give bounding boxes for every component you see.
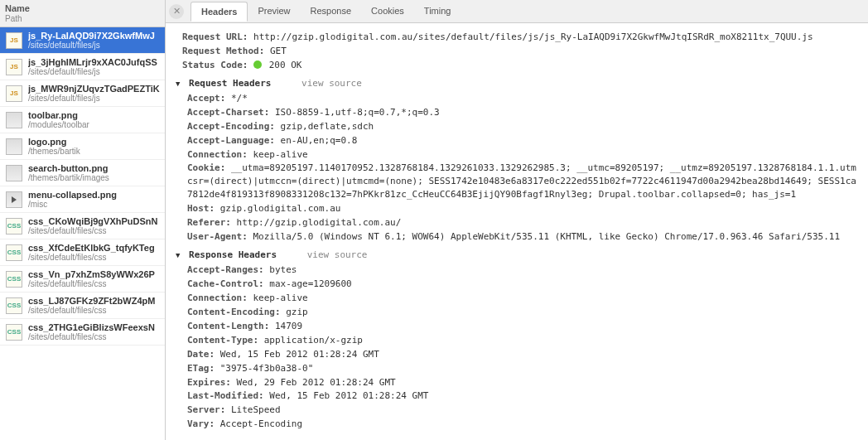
tab-cookies[interactable]: Cookies xyxy=(361,2,414,21)
status-dot-icon xyxy=(253,60,262,69)
header-name: Server: xyxy=(187,404,225,415)
resource-path: /sites/default/files/css xyxy=(28,226,157,235)
header-name: Content-Length: xyxy=(187,321,269,331)
request-method-label: Request Method: xyxy=(182,46,264,56)
tab-response[interactable]: Response xyxy=(301,2,362,21)
resource-path: /sites/default/files/css xyxy=(28,253,155,262)
img-file-icon xyxy=(5,111,23,129)
resource-name: css_2THG1eGiBlizsWFeexsN xyxy=(28,322,155,332)
css-file-icon: CSS xyxy=(5,323,23,341)
resource-item[interactable]: CSScss_2THG1eGiBlizsWFeexsN/sites/defaul… xyxy=(0,319,165,346)
resource-path: /themes/bartik/images xyxy=(28,173,109,182)
header-name: ETag: xyxy=(187,363,215,374)
header-value: max-age=1209600 xyxy=(264,278,352,289)
resource-item[interactable]: JSjs_3jHghIMLrjr9xXAC0JufqSS/sites/defau… xyxy=(0,54,165,80)
img-file-icon xyxy=(5,138,23,156)
close-icon[interactable]: ✕ xyxy=(169,4,184,19)
header-value: gzip xyxy=(281,307,308,317)
header-name: Date: xyxy=(187,349,215,360)
request-url-row: Request URL: http://gzip.glodigital.com.… xyxy=(182,31,858,44)
resource-path: /sites/default/files/js xyxy=(28,94,160,103)
header-name: Accept: xyxy=(187,93,225,104)
header-name: Cookie: xyxy=(187,162,225,173)
resource-item[interactable]: CSScss_LJ87GFKz9ZFt2bWZ4pM/sites/default… xyxy=(0,293,165,319)
details-pane: ✕ HeadersPreviewResponseCookiesTiming Re… xyxy=(166,0,868,440)
header-row: Server: LiteSpeed xyxy=(187,404,858,417)
resource-path: /modules/toolbar xyxy=(28,120,89,129)
request-headers-body: Accept: */*Accept-Charset: ISO-8859-1,ut… xyxy=(176,92,858,244)
resource-path: /sites/default/files/css xyxy=(28,332,155,341)
header-row: Expires: Wed, 29 Feb 2012 01:28:24 GMT xyxy=(187,376,858,389)
header-value: 14709 xyxy=(269,321,302,331)
resource-item[interactable]: CSScss_CKoWqiBj9gVXhPuDSnN/sites/default… xyxy=(0,213,165,239)
header-row: Connection: keep-alive xyxy=(187,292,858,305)
css-file-icon: CSS xyxy=(5,297,23,315)
header-value: "3975-4f3b0a38-0" xyxy=(215,363,313,374)
resource-item[interactable]: search-button.png/themes/bartik/images xyxy=(0,160,165,186)
resource-name: search-button.png xyxy=(28,163,109,173)
tab-preview[interactable]: Preview xyxy=(248,2,300,21)
tab-timing[interactable]: Timing xyxy=(414,2,461,21)
resource-item[interactable]: logo.png/themes/bartik xyxy=(0,133,165,160)
resource-item[interactable]: JSjs_MWR9njZUqvzTGadPEZTiK/sites/default… xyxy=(0,80,165,107)
header-row: Cache-Control: max-age=1209600 xyxy=(187,278,858,291)
view-source-link[interactable]: view source xyxy=(307,249,368,260)
request-headers-section-toggle[interactable]: Request Headers view source xyxy=(176,77,858,90)
status-code-label: Status Code: xyxy=(182,60,248,70)
request-headers-title: Request Headers xyxy=(189,78,271,89)
header-row: ETag: "3975-4f3b0a38-0" xyxy=(187,362,858,375)
resource-name: js_3jHghIMLrjr9xXAC0JufqSS xyxy=(28,57,157,67)
header-row: Content-Encoding: gzip xyxy=(187,306,858,319)
resource-name: toolbar.png xyxy=(28,110,89,120)
header-name: Content-Encoding: xyxy=(187,307,281,317)
header-value: bytes xyxy=(264,264,297,275)
header-value: Wed, 15 Feb 2012 01:28:24 GMT xyxy=(215,349,379,360)
header-row: Accept-Charset: ISO-8859-1,utf-8;q=0.7,*… xyxy=(187,106,858,119)
header-name: Accept-Encoding: xyxy=(187,121,275,132)
resource-item[interactable]: menu-collapsed.png/misc xyxy=(0,186,165,213)
tab-headers[interactable]: Headers xyxy=(190,2,248,22)
header-value: application/x-gzip xyxy=(258,335,363,346)
header-value: keep-alive xyxy=(248,293,308,303)
request-method-value: GET xyxy=(270,46,287,56)
header-name: Vary: xyxy=(187,418,215,429)
header-row: Cookie: __utma=89205197.1140170952.13287… xyxy=(187,162,858,201)
sidebar-header[interactable]: Name Path xyxy=(0,0,165,27)
resource-item[interactable]: toolbar.png/modules/toolbar xyxy=(0,107,165,133)
response-headers-section-toggle[interactable]: Response Headers view source xyxy=(176,249,858,262)
header-row: Host: gzip.glodigital.com.au xyxy=(187,202,858,215)
resource-path: /sites/default/files/js xyxy=(28,67,157,76)
css-file-icon: CSS xyxy=(5,217,23,235)
resource-name: css_Vn_p7xhZmS8yWWx26P xyxy=(28,269,155,279)
header-value: gzip.glodigital.com.au xyxy=(215,203,340,214)
request-method-row: Request Method: GET xyxy=(182,45,858,58)
header-row: Vary: Accept-Encoding xyxy=(187,418,858,431)
resource-item[interactable]: CSScss_XfCdeEtKlbkG_tqfyKTeg/sites/defau… xyxy=(0,239,165,266)
header-row: User-Agent: Mozilla/5.0 (Windows NT 6.1;… xyxy=(187,230,858,244)
header-name: Connection: xyxy=(187,149,248,160)
header-name: Connection: xyxy=(187,293,248,303)
css-file-icon: CSS xyxy=(5,270,23,288)
header-row: Content-Length: 14709 xyxy=(187,320,858,333)
resource-item[interactable]: JSjs_Ry-LaIAQD9i7X2GkwfMwJ/sites/default… xyxy=(0,27,165,54)
resource-name: css_CKoWqiBj9gVXhPuDSnN xyxy=(28,216,157,226)
resource-path: /sites/default/files/css xyxy=(28,279,155,288)
request-url-value: http://gzip.glodigital.com.au/sites/defa… xyxy=(253,31,813,42)
header-name: Accept-Language: xyxy=(187,135,275,146)
header-name: Accept-Charset: xyxy=(187,107,269,118)
network-resources-sidebar: Name Path JSjs_Ry-LaIAQD9i7X2GkwfMwJ/sit… xyxy=(0,0,166,440)
view-source-link[interactable]: view source xyxy=(301,78,362,89)
column-header-name: Name xyxy=(5,3,160,13)
response-headers-body: Accept-Ranges: bytesCache-Control: max-a… xyxy=(176,264,858,431)
header-row: Referer: http://gzip.glodigital.com.au/ xyxy=(187,216,858,230)
play-file-icon xyxy=(5,191,23,209)
resource-name: js_MWR9njZUqvzTGadPEZTiK xyxy=(28,84,160,94)
header-row: Connection: keep-alive xyxy=(187,148,858,162)
header-row: Accept-Ranges: bytes xyxy=(187,264,858,277)
header-row: Accept: */* xyxy=(187,92,858,105)
resource-item[interactable]: CSScss_Vn_p7xhZmS8yWWx26P/sites/default/… xyxy=(0,266,165,293)
resource-path: /themes/bartik xyxy=(28,147,80,156)
header-value: gzip,deflate,sdch xyxy=(275,121,374,132)
header-name: Referer: xyxy=(187,217,231,228)
header-row: Accept-Language: en-AU,en;q=0.8 xyxy=(187,134,858,147)
